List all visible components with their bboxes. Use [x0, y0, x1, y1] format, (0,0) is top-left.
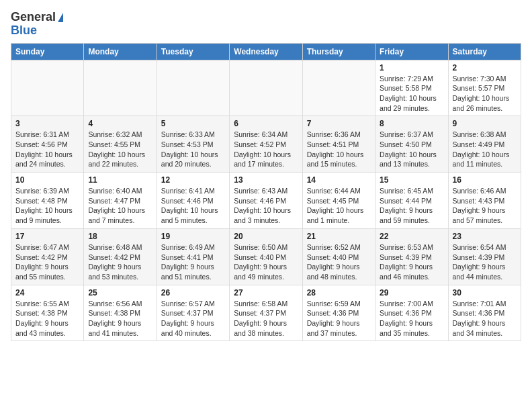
day-info: Sunrise: 6:54 AM Sunset: 4:39 PM Dayligh… [453, 242, 517, 282]
calendar-cell: 7Sunrise: 6:36 AM Sunset: 4:51 PM Daylig… [302, 116, 375, 173]
day-number: 27 [234, 288, 298, 298]
calendar-cell [157, 60, 229, 116]
day-info: Sunrise: 6:58 AM Sunset: 4:37 PM Dayligh… [234, 299, 298, 338]
calendar-cell: 29Sunrise: 7:00 AM Sunset: 4:36 PM Dayli… [375, 285, 448, 341]
column-header-tuesday: Tuesday [157, 43, 229, 60]
calendar-cell [302, 60, 375, 116]
day-info: Sunrise: 6:48 AM Sunset: 4:42 PM Dayligh… [88, 242, 152, 282]
day-info: Sunrise: 6:47 AM Sunset: 4:42 PM Dayligh… [15, 242, 79, 282]
day-number: 1 [380, 63, 443, 73]
calendar-cell: 24Sunrise: 6:55 AM Sunset: 4:38 PM Dayli… [11, 285, 84, 341]
day-number: 22 [380, 232, 443, 241]
day-number: 20 [234, 232, 298, 241]
day-number: 18 [88, 232, 152, 241]
column-header-thursday: Thursday [302, 43, 375, 60]
day-info: Sunrise: 6:49 AM Sunset: 4:41 PM Dayligh… [161, 242, 225, 282]
calendar-cell: 21Sunrise: 6:52 AM Sunset: 4:40 PM Dayli… [302, 228, 375, 285]
calendar-cell: 25Sunrise: 6:56 AM Sunset: 4:38 PM Dayli… [84, 285, 157, 341]
calendar-cell [11, 60, 84, 116]
calendar-cell: 26Sunrise: 6:57 AM Sunset: 4:37 PM Dayli… [157, 285, 229, 341]
day-number: 24 [15, 288, 79, 298]
day-info: Sunrise: 6:55 AM Sunset: 4:38 PM Dayligh… [15, 299, 79, 338]
day-info: Sunrise: 6:57 AM Sunset: 4:37 PM Dayligh… [161, 299, 225, 338]
calendar-week-row: 17Sunrise: 6:47 AM Sunset: 4:42 PM Dayli… [11, 228, 521, 285]
column-header-saturday: Saturday [448, 43, 521, 60]
calendar-cell: 18Sunrise: 6:48 AM Sunset: 4:42 PM Dayli… [84, 228, 157, 285]
calendar-cell: 5Sunrise: 6:33 AM Sunset: 4:53 PM Daylig… [157, 116, 229, 173]
day-number: 30 [453, 288, 517, 298]
day-info: Sunrise: 6:34 AM Sunset: 4:52 PM Dayligh… [234, 130, 298, 169]
calendar-week-row: 1Sunrise: 7:29 AM Sunset: 5:58 PM Daylig… [11, 60, 521, 116]
day-info: Sunrise: 6:40 AM Sunset: 4:47 PM Dayligh… [88, 186, 152, 226]
logo: General Blue [11, 11, 63, 38]
calendar-cell: 22Sunrise: 6:53 AM Sunset: 4:39 PM Dayli… [375, 228, 448, 285]
calendar-week-row: 24Sunrise: 6:55 AM Sunset: 4:38 PM Dayli… [11, 285, 521, 341]
calendar-table: SundayMondayTuesdayWednesdayThursdayFrid… [11, 43, 521, 342]
calendar-cell: 2Sunrise: 7:30 AM Sunset: 5:57 PM Daylig… [448, 60, 521, 116]
day-info: Sunrise: 6:38 AM Sunset: 4:49 PM Dayligh… [453, 130, 517, 169]
day-number: 4 [88, 119, 152, 128]
day-number: 16 [453, 175, 517, 185]
calendar-cell: 17Sunrise: 6:47 AM Sunset: 4:42 PM Dayli… [11, 228, 84, 285]
day-number: 5 [161, 119, 225, 128]
calendar-cell: 16Sunrise: 6:46 AM Sunset: 4:43 PM Dayli… [448, 173, 521, 229]
day-info: Sunrise: 6:43 AM Sunset: 4:46 PM Dayligh… [234, 186, 298, 226]
calendar-cell: 1Sunrise: 7:29 AM Sunset: 5:58 PM Daylig… [375, 60, 448, 116]
day-number: 17 [15, 232, 79, 241]
column-header-wednesday: Wednesday [230, 43, 302, 60]
day-number: 13 [234, 175, 298, 185]
day-number: 15 [380, 175, 443, 185]
day-number: 6 [234, 119, 298, 128]
day-info: Sunrise: 6:45 AM Sunset: 4:44 PM Dayligh… [380, 186, 443, 226]
day-info: Sunrise: 6:56 AM Sunset: 4:38 PM Dayligh… [88, 299, 152, 338]
calendar-cell [84, 60, 157, 116]
calendar-cell: 12Sunrise: 6:41 AM Sunset: 4:46 PM Dayli… [157, 173, 229, 229]
day-number: 19 [161, 232, 225, 241]
day-info: Sunrise: 6:46 AM Sunset: 4:43 PM Dayligh… [453, 186, 517, 226]
day-number: 12 [161, 175, 225, 185]
column-header-sunday: Sunday [11, 43, 84, 60]
day-info: Sunrise: 6:41 AM Sunset: 4:46 PM Dayligh… [161, 186, 225, 226]
day-info: Sunrise: 7:29 AM Sunset: 5:58 PM Dayligh… [380, 74, 443, 113]
day-info: Sunrise: 6:52 AM Sunset: 4:40 PM Dayligh… [307, 242, 371, 282]
day-info: Sunrise: 6:33 AM Sunset: 4:53 PM Dayligh… [161, 130, 225, 169]
day-number: 3 [15, 119, 79, 128]
calendar-header-row: SundayMondayTuesdayWednesdayThursdayFrid… [11, 43, 521, 60]
day-number: 7 [307, 119, 371, 128]
column-header-monday: Monday [84, 43, 157, 60]
calendar-cell: 23Sunrise: 6:54 AM Sunset: 4:39 PM Dayli… [448, 228, 521, 285]
calendar-cell: 10Sunrise: 6:39 AM Sunset: 4:48 PM Dayli… [11, 173, 84, 229]
calendar-cell: 14Sunrise: 6:44 AM Sunset: 4:45 PM Dayli… [302, 173, 375, 229]
day-info: Sunrise: 6:44 AM Sunset: 4:45 PM Dayligh… [307, 186, 371, 226]
day-number: 10 [15, 175, 79, 185]
day-number: 26 [161, 288, 225, 298]
calendar-cell [230, 60, 302, 116]
day-info: Sunrise: 6:39 AM Sunset: 4:48 PM Dayligh… [15, 186, 79, 226]
calendar-cell: 6Sunrise: 6:34 AM Sunset: 4:52 PM Daylig… [230, 116, 302, 173]
day-info: Sunrise: 6:32 AM Sunset: 4:55 PM Dayligh… [88, 130, 152, 169]
calendar-cell: 11Sunrise: 6:40 AM Sunset: 4:47 PM Dayli… [84, 173, 157, 229]
calendar-cell: 15Sunrise: 6:45 AM Sunset: 4:44 PM Dayli… [375, 173, 448, 229]
day-info: Sunrise: 6:50 AM Sunset: 4:40 PM Dayligh… [234, 242, 298, 282]
page-header: General Blue [11, 11, 521, 38]
day-number: 2 [453, 63, 517, 73]
day-info: Sunrise: 6:59 AM Sunset: 4:36 PM Dayligh… [307, 299, 371, 338]
day-info: Sunrise: 6:37 AM Sunset: 4:50 PM Dayligh… [380, 130, 443, 169]
calendar-cell: 19Sunrise: 6:49 AM Sunset: 4:41 PM Dayli… [157, 228, 229, 285]
calendar-cell: 3Sunrise: 6:31 AM Sunset: 4:56 PM Daylig… [11, 116, 84, 173]
calendar-cell: 13Sunrise: 6:43 AM Sunset: 4:46 PM Dayli… [230, 173, 302, 229]
logo-general: General [11, 11, 63, 24]
day-info: Sunrise: 6:53 AM Sunset: 4:39 PM Dayligh… [380, 242, 443, 282]
day-number: 8 [380, 119, 443, 128]
day-info: Sunrise: 7:01 AM Sunset: 4:36 PM Dayligh… [453, 299, 517, 338]
calendar-cell: 8Sunrise: 6:37 AM Sunset: 4:50 PM Daylig… [375, 116, 448, 173]
day-number: 11 [88, 175, 152, 185]
day-number: 14 [307, 175, 371, 185]
calendar-cell: 20Sunrise: 6:50 AM Sunset: 4:40 PM Dayli… [230, 228, 302, 285]
day-number: 28 [307, 288, 371, 298]
day-number: 21 [307, 232, 371, 241]
calendar-cell: 4Sunrise: 6:32 AM Sunset: 4:55 PM Daylig… [84, 116, 157, 173]
logo-blue: Blue [11, 24, 63, 38]
calendar-week-row: 3Sunrise: 6:31 AM Sunset: 4:56 PM Daylig… [11, 116, 521, 173]
calendar-week-row: 10Sunrise: 6:39 AM Sunset: 4:48 PM Dayli… [11, 173, 521, 229]
